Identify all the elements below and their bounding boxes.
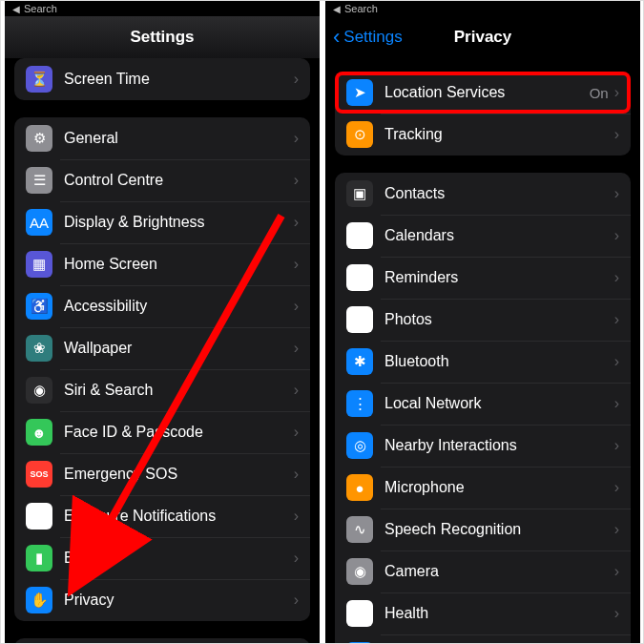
row-location[interactable]: ➤Location ServicesOn› <box>335 72 631 114</box>
row-contacts[interactable]: ▣Contacts› <box>335 173 631 215</box>
chevron-right-icon: › <box>294 172 299 189</box>
row-homescreen[interactable]: ▦Home Screen› <box>14 243 310 285</box>
nearby-icon: ◎ <box>346 432 373 459</box>
row-microphone[interactable]: ●Microphone› <box>335 467 631 509</box>
row-label: General <box>64 130 294 147</box>
chevron-right-icon: › <box>294 256 299 273</box>
navbar: Settings <box>5 16 320 58</box>
chevron-right-icon: › <box>294 382 299 399</box>
row-screentime[interactable]: ⏳Screen Time› <box>14 58 310 100</box>
row-speech[interactable]: ∿Speech Recognition› <box>335 509 631 551</box>
row-label: Microphone <box>384 479 614 496</box>
row-general[interactable]: ⚙General› <box>14 117 310 159</box>
chevron-right-icon: › <box>614 605 619 622</box>
back-triangle-icon: ◀ <box>333 4 341 14</box>
status-back-label[interactable]: Search <box>344 3 378 14</box>
row-label: Tracking <box>384 126 614 143</box>
row-exposure[interactable]: ✱Exposure Notifications› <box>14 495 310 537</box>
row-wallpaper[interactable]: ❀Wallpaper› <box>14 327 310 369</box>
chevron-right-icon: › <box>294 340 299 357</box>
row-label: Control Centre <box>64 172 294 189</box>
row-label: Location Services <box>384 84 590 101</box>
row-label: Emergency SOS <box>64 466 294 483</box>
contacts-icon: ▣ <box>346 180 373 207</box>
privacy-screen: ◀ Search ‹ Settings Privacy ➤Location Se… <box>325 1 640 643</box>
row-label: Speech Recognition <box>384 521 614 538</box>
row-health[interactable]: ♥Health› <box>335 592 631 634</box>
settings-screen: ◀ Search Settings ⏳Screen Time› ⚙General… <box>5 1 320 643</box>
page-title: Settings <box>130 28 194 47</box>
chevron-right-icon: › <box>614 126 619 143</box>
chevron-right-icon: › <box>614 227 619 244</box>
row-display[interactable]: AADisplay & Brightness› <box>14 201 310 243</box>
chevron-right-icon: › <box>294 71 299 88</box>
chevron-right-icon: › <box>614 84 619 101</box>
status-back-label[interactable]: Search <box>24 3 57 14</box>
microphone-icon: ● <box>346 474 373 501</box>
row-localnetwork[interactable]: ⋮Local Network› <box>335 383 631 425</box>
location-icon: ➤ <box>346 79 373 106</box>
row-label: Photos <box>384 311 614 328</box>
row-label: Home Screen <box>64 256 294 273</box>
row-label: Camera <box>384 563 614 580</box>
sos-icon: SOS <box>26 461 52 488</box>
row-controlcentre[interactable]: ☰Control Centre› <box>14 159 310 201</box>
row-label: Wallpaper <box>64 340 294 357</box>
row-privacy[interactable]: ✋Privacy› <box>14 579 310 621</box>
privacy-list[interactable]: ➤Location ServicesOn›⊙Tracking› ▣Contact… <box>325 58 640 643</box>
battery-icon: ▮ <box>26 545 52 571</box>
chevron-left-icon: ‹ <box>333 27 340 48</box>
row-tracking[interactable]: ⊙Tracking› <box>335 114 631 156</box>
row-faceid[interactable]: ☻Face ID & Passcode› <box>14 411 310 453</box>
chevron-right-icon: › <box>614 311 619 328</box>
wallpaper-icon: ❀ <box>26 335 52 362</box>
homescreen-icon: ▦ <box>26 251 52 278</box>
status-bar: ◀ Search <box>5 1 320 16</box>
chevron-right-icon: › <box>614 269 619 286</box>
screentime-icon: ⏳ <box>26 66 52 93</box>
row-battery[interactable]: ▮Battery› <box>14 537 310 579</box>
row-research[interactable]: ✦Research Sensor & Usage Data› <box>335 634 631 643</box>
chevron-right-icon: › <box>614 479 619 496</box>
row-appstore[interactable]: AApp Store› <box>14 638 310 643</box>
row-label: Privacy <box>64 592 294 609</box>
accessibility-icon: ♿ <box>26 293 52 320</box>
row-calendars[interactable]: ▦Calendars› <box>335 215 631 257</box>
controlcentre-icon: ☰ <box>26 167 52 194</box>
chevron-right-icon: › <box>294 550 299 567</box>
photos-icon: ❁ <box>346 306 373 333</box>
row-nearby[interactable]: ◎Nearby Interactions› <box>335 425 631 467</box>
health-icon: ♥ <box>346 600 373 627</box>
chevron-right-icon: › <box>294 466 299 483</box>
localnetwork-icon: ⋮ <box>346 390 373 417</box>
page-title: Privacy <box>454 28 512 47</box>
chevron-right-icon: › <box>614 563 619 580</box>
row-bluetooth[interactable]: ✱Bluetooth› <box>335 341 631 383</box>
chevron-right-icon: › <box>294 130 299 147</box>
status-bar: ◀ Search <box>325 1 640 16</box>
camera-icon: ◉ <box>346 558 373 585</box>
faceid-icon: ☻ <box>26 419 52 446</box>
row-siri[interactable]: ◉Siri & Search› <box>14 369 310 411</box>
row-accessibility[interactable]: ♿Accessibility› <box>14 285 310 327</box>
tracking-icon: ⊙ <box>346 121 373 148</box>
chevron-right-icon: › <box>614 521 619 538</box>
row-label: Screen Time <box>64 71 294 88</box>
row-label: Battery <box>64 550 294 567</box>
row-photos[interactable]: ❁Photos› <box>335 299 631 341</box>
row-label: Health <box>384 605 614 622</box>
row-label: Calendars <box>384 227 614 244</box>
siri-icon: ◉ <box>26 377 52 404</box>
row-label: Contacts <box>384 185 614 202</box>
row-sos[interactable]: SOSEmergency SOS› <box>14 453 310 495</box>
back-triangle-icon: ◀ <box>12 4 20 14</box>
general-icon: ⚙ <box>26 125 52 152</box>
settings-list[interactable]: ⏳Screen Time› ⚙General›☰Control Centre›A… <box>5 58 320 643</box>
row-camera[interactable]: ◉Camera› <box>335 551 631 592</box>
back-button[interactable]: ‹ Settings <box>333 27 403 48</box>
chevron-right-icon: › <box>294 214 299 231</box>
display-icon: AA <box>26 209 52 236</box>
row-reminders[interactable]: ⊙Reminders› <box>335 257 631 299</box>
row-label: Local Network <box>384 395 614 412</box>
chevron-right-icon: › <box>294 298 299 315</box>
